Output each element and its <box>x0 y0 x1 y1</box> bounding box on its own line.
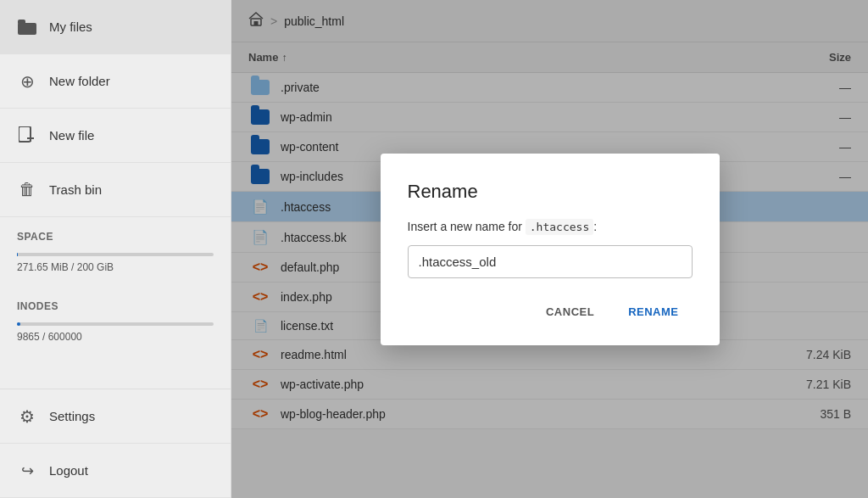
logout-icon: ↪ <box>17 461 37 481</box>
add-folder-icon: ⊕ <box>17 71 37 92</box>
settings-icon: ⚙ <box>17 406 37 427</box>
sidebar-item-new-file-label: New file <box>49 128 94 143</box>
inodes-used-text: 9865 / 600000 <box>17 331 214 343</box>
sidebar-item-new-file[interactable]: New file <box>0 109 231 163</box>
svg-rect-1 <box>18 20 25 25</box>
sidebar-item-logout-label: Logout <box>49 463 88 478</box>
sidebar-item-new-folder-label: New folder <box>49 74 110 88</box>
sidebar-item-logout[interactable]: ↪ Logout <box>0 444 231 498</box>
sidebar-bottom: ⚙ Settings ↪ Logout <box>0 389 231 498</box>
rename-modal: Rename Insert a new name for .htaccess: … <box>381 154 720 345</box>
cancel-button[interactable]: CANCEL <box>532 299 608 325</box>
sidebar-item-my-files-label: My files <box>49 20 92 34</box>
inodes-progress-bar-bg <box>17 322 214 326</box>
sidebar-item-trash-bin[interactable]: 🗑 Trash bin <box>0 163 231 217</box>
rename-button[interactable]: RENAME <box>615 299 692 325</box>
svg-rect-0 <box>18 23 36 35</box>
modal-title: Rename <box>408 181 693 203</box>
sidebar-item-trash-bin-label: Trash bin <box>49 182 102 197</box>
inodes-section-label: Inodes <box>0 287 231 316</box>
inodes-progress-area: 9865 / 600000 <box>0 316 231 356</box>
main-content: > public_html Name ↑ Size .private — wp-… <box>231 0 868 498</box>
sidebar-item-settings-label: Settings <box>49 409 95 423</box>
modal-overlay: Rename Insert a new name for .htaccess: … <box>231 0 868 498</box>
svg-rect-2 <box>19 126 31 142</box>
add-file-icon <box>17 126 37 146</box>
modal-description: Insert a new name for .htaccess: <box>408 220 693 233</box>
modal-desc-suffix: : <box>593 220 597 233</box>
trash-icon: 🗑 <box>17 180 37 200</box>
sidebar-item-my-files[interactable]: My files <box>0 0 231 54</box>
space-progress-bar-bg <box>17 253 214 256</box>
modal-actions: CANCEL RENAME <box>408 299 693 325</box>
inodes-progress-bar-fill <box>17 322 20 326</box>
sidebar: My files ⊕ New folder New file 🗑 Trash b… <box>0 0 231 498</box>
folder-icon <box>17 17 37 37</box>
sidebar-item-settings[interactable]: ⚙ Settings <box>0 389 231 444</box>
space-used-text: 271.65 MiB / 200 GiB <box>17 261 214 273</box>
sidebar-item-new-folder[interactable]: ⊕ New folder <box>0 54 231 109</box>
modal-filename: .htaccess <box>526 219 593 235</box>
rename-input[interactable] <box>408 245 693 278</box>
space-progress-area: 271.65 MiB / 200 GiB <box>0 246 231 287</box>
space-section-label: Space <box>0 217 231 246</box>
modal-desc-prefix: Insert a new name for <box>408 220 526 233</box>
